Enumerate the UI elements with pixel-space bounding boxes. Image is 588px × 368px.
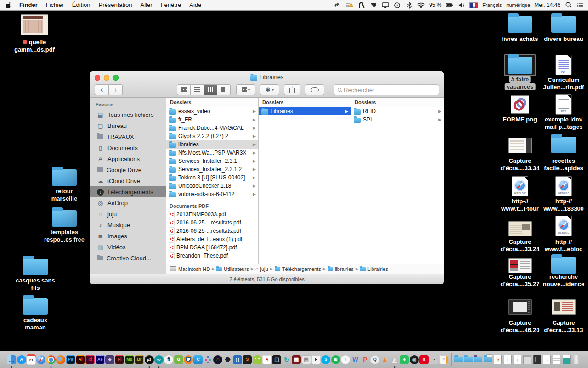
dock-stack-teal[interactable]: [562, 355, 571, 364]
dock-quicktime[interactable]: Q: [370, 355, 379, 364]
sync-warning-icon[interactable]: !: [345, 1, 353, 9]
search-field[interactable]: Rechercher: [334, 84, 439, 95]
dock-blender[interactable]: [184, 355, 193, 364]
path-item-macintosh-hd[interactable]: Macintosh HD: [170, 266, 210, 272]
capture-46-20-icon[interactable]: [508, 299, 532, 315]
dock-node-app[interactable]: [204, 355, 213, 364]
sidebar-item-musique[interactable]: ♪Musique: [90, 219, 166, 230]
file-row[interactable]: Librairies▶: [259, 107, 351, 115]
dock-safari[interactable]: [36, 355, 45, 364]
path-item-t-l-chargements[interactable]: Téléchargements: [275, 266, 321, 272]
input-source-label[interactable]: Français - numérique: [482, 2, 530, 8]
file-row[interactable]: SPI▶: [351, 115, 444, 124]
dock-app-store[interactable]: A: [17, 355, 26, 364]
file-row[interactable]: 2013ENMP0033.pdf: [166, 210, 258, 218]
dock-stack-paper[interactable]: [552, 355, 561, 364]
divers-bureau-icon[interactable]: [551, 16, 576, 33]
dock-acrobat-reader[interactable]: A: [262, 355, 271, 364]
dock-slides-app[interactable]: ▤: [302, 355, 311, 364]
sidebar-item-travaux[interactable]: TRAVAUX: [90, 131, 166, 142]
livres-achats-icon[interactable]: [508, 16, 532, 33]
capture-46-20-label[interactable]: Captured'écra....46.20: [501, 319, 540, 334]
menu-finder[interactable]: Finder: [15, 0, 42, 10]
sidebar-item-tous-mes-fichiers[interactable]: ▤Tous mes fichiers: [90, 109, 166, 120]
file-row[interactable]: librairies▶: [166, 140, 258, 149]
bluetooth-icon[interactable]: [405, 1, 413, 9]
casques-sans-fils-icon[interactable]: [23, 259, 48, 275]
webloc-183300-icon[interactable]: WEBLOC: [556, 177, 571, 196]
apple-menu-icon[interactable]: [6, 1, 12, 9]
file-row[interactable]: Services_Installer_2.3.1▶: [166, 157, 258, 165]
dock-brackets[interactable]: [ ]: [233, 355, 242, 364]
forme-png-label[interactable]: FORME.png: [503, 116, 537, 123]
quelle-pdf-icon[interactable]: [21, 15, 48, 35]
webloc-183300-label[interactable]: http-//www....183300: [543, 198, 584, 213]
recherche-residence-icon[interactable]: [551, 257, 576, 274]
zoom-button[interactable]: [113, 75, 119, 80]
dock-projector-app[interactable]: ◫: [272, 355, 281, 364]
forward-button[interactable]: ›: [109, 84, 123, 95]
file-row[interactable]: UnicodeChecker 1.18▶: [166, 182, 258, 190]
dock-audio-app[interactable]: ∩: [213, 355, 222, 364]
dock-flash[interactable]: Fl: [115, 355, 124, 364]
dock-stack-download-3[interactable]: ↓: [543, 355, 552, 364]
dock-notes-app[interactable]: ≡: [439, 355, 448, 364]
webloc-ebloc-icon[interactable]: WEBLOC: [556, 216, 571, 236]
dock-folder-2[interactable]: [464, 355, 473, 364]
retour-marseille-label[interactable]: retourmarseille: [51, 188, 77, 202]
dock-evernote[interactable]: e: [400, 355, 409, 364]
menu-fichier[interactable]: Fichier: [42, 0, 68, 10]
webloc-tour-label[interactable]: http-//www.t...l-tour: [501, 198, 539, 213]
sidebar-item-t-l-chargements[interactable]: ↓Téléchargements: [90, 186, 166, 197]
dock-firefox[interactable]: [56, 355, 65, 364]
dock-p-app[interactable]: P: [361, 355, 370, 364]
volume-icon[interactable]: [458, 1, 465, 9]
dock-after-effects[interactable]: Ae: [96, 355, 105, 364]
airplay-display-icon[interactable]: [381, 1, 389, 9]
recettes-rapides-label[interactable]: recettesfacile...apides: [544, 157, 583, 172]
time-machine-icon[interactable]: [393, 1, 401, 9]
capture-33-24-icon[interactable]: [508, 221, 532, 236]
dock-illustrator[interactable]: Ai: [76, 355, 85, 364]
menu-edition[interactable]: Édition: [68, 0, 95, 10]
capture-33-34-label[interactable]: Captured'écra....33.34: [501, 157, 540, 172]
menu-aide[interactable]: Aide: [185, 0, 205, 10]
dock-muse[interactable]: Mu: [125, 355, 134, 364]
capture-33-13-label[interactable]: Captured'écra....33.13: [544, 319, 583, 334]
sidebar-item-juju[interactable]: ⌂juju: [90, 208, 166, 219]
exemple-ldm-label[interactable]: exemple ldm/mail p...tages: [545, 116, 582, 131]
file-row[interactable]: Tekken 3 [U] [SLUS-00402]▶: [166, 173, 258, 182]
menu-clock[interactable]: Mer. 14:46: [534, 2, 560, 8]
minimize-button[interactable]: [104, 75, 109, 80]
recherche-residence-label[interactable]: recherchenouve...idence: [543, 273, 584, 288]
dock-audio-tool-app[interactable]: ~: [429, 355, 438, 364]
sidebar-item-applications[interactable]: AApplications: [90, 153, 166, 164]
view-icons-button[interactable]: [177, 84, 191, 95]
path-item-librairies[interactable]: Librairies: [360, 266, 388, 272]
sidebar-item-icloud-drive[interactable]: ☁iCloud Drive: [90, 175, 166, 186]
dock-photoshop[interactable]: Ps: [66, 355, 75, 364]
dock-fontexplorer[interactable]: F: [311, 355, 321, 364]
dock-folder-3[interactable]: [474, 355, 483, 364]
file-row[interactable]: vuforia-sdk-ios-6-0-112▶: [166, 190, 258, 198]
retour-marseille-icon[interactable]: [52, 169, 77, 186]
file-row[interactable]: 2016-06-25-...résultats.pdf: [166, 227, 258, 235]
cadeaux-maman-label[interactable]: cadeauxmaman: [23, 316, 47, 331]
webloc-ebloc-label[interactable]: http-//www.f...ebloc: [545, 238, 583, 253]
exemple-ldm-icon[interactable]: RTF: [556, 95, 571, 114]
templates-free-label[interactable]: templatesrespo...es free: [44, 229, 85, 243]
sidebar-item-vid-os[interactable]: ▥Vidéos: [90, 242, 166, 253]
file-row[interactable]: essais_video▶: [166, 107, 258, 115]
dock-trash[interactable]: [572, 355, 581, 364]
file-row[interactable]: RFID▶: [351, 107, 444, 115]
sidebar-item-documents[interactable]: ▯Documents: [90, 142, 166, 153]
capture-35-27-icon[interactable]: [508, 258, 532, 273]
file-row[interactable]: Services_Installer_2.3.1 2▶: [166, 165, 258, 173]
path-item-juju[interactable]: ⌂juju: [255, 266, 268, 272]
capture-33-34-icon[interactable]: [508, 138, 532, 153]
file-row[interactable]: Nfs.Most.Wa...PSP-WAR3X▶: [166, 149, 258, 157]
dock-chrome[interactable]: [46, 355, 56, 364]
dock-calendar[interactable]: 21: [27, 355, 36, 364]
spotlight-icon[interactable]: [565, 1, 572, 9]
wifi-icon[interactable]: [417, 1, 425, 9]
